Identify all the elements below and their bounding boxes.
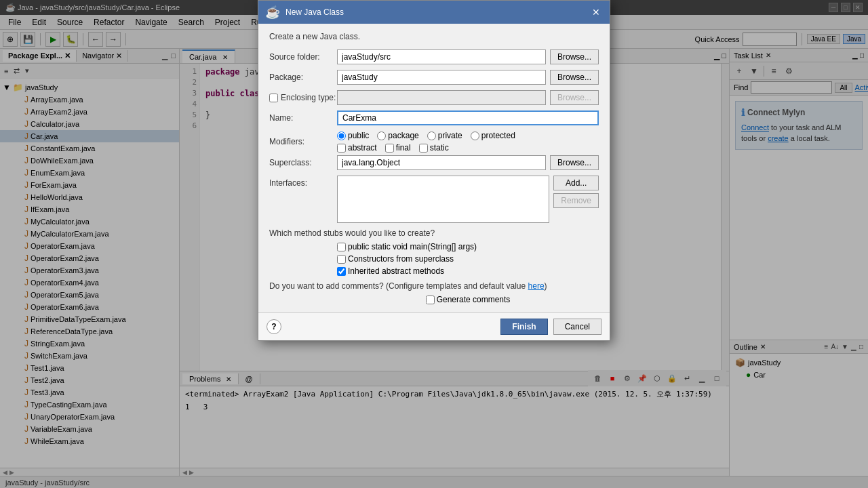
comments-heading: Do you want to add comments? (Configure … xyxy=(269,281,599,291)
final-check-option[interactable]: final xyxy=(385,143,411,152)
superclass-row: Superclass: Browse... xyxy=(269,155,599,170)
static-check-option[interactable]: static xyxy=(419,143,449,152)
help-button[interactable]: ? xyxy=(267,319,281,334)
main-method-checkbox[interactable] xyxy=(337,243,346,251)
dialog-close-button[interactable]: ✕ xyxy=(589,7,603,18)
dialog-body: Create a new Java class. Source folder: … xyxy=(258,24,610,312)
enclosing-type-browse-button[interactable]: Browse... xyxy=(550,90,599,105)
package-label: package xyxy=(388,131,418,140)
protected-radio[interactable] xyxy=(471,131,479,140)
method-stubs-list: public static void main(String[] args) C… xyxy=(337,242,599,276)
package-field-group: Browse... xyxy=(337,70,599,85)
source-folder-label: Source folder: xyxy=(269,52,337,62)
source-folder-row: Source folder: Browse... xyxy=(269,49,599,64)
method-stubs-heading: Which method stubs would you like to cre… xyxy=(269,228,599,238)
superclass-field-group: Browse... xyxy=(337,155,599,170)
abstract-check-option[interactable]: abstract xyxy=(337,143,377,152)
source-folder-input[interactable] xyxy=(337,49,546,64)
public-label: public xyxy=(348,131,369,140)
interfaces-field-group: Add... Remove xyxy=(337,176,599,223)
final-checkbox[interactable] xyxy=(385,144,394,152)
modifiers-extra-line: abstract final static xyxy=(337,143,515,152)
enclosing-type-checkbox[interactable] xyxy=(269,94,278,102)
dialog-header: ☕ New Java Class ✕ xyxy=(258,1,610,24)
package-radio[interactable] xyxy=(377,131,386,140)
source-folder-field-group: Browse... xyxy=(337,49,599,64)
name-field-group xyxy=(337,110,599,125)
main-method-option[interactable]: public static void main(String[] args) xyxy=(337,242,599,251)
generate-comments-checkbox[interactable] xyxy=(426,296,435,304)
dialog-description: Create a new Java class. xyxy=(269,32,599,41)
package-row: Package: Browse... xyxy=(269,70,599,85)
protected-radio-option[interactable]: protected xyxy=(471,131,515,140)
superclass-label: Superclass: xyxy=(269,158,337,167)
private-label: private xyxy=(438,131,462,140)
final-label: final xyxy=(396,143,411,152)
package-label: Package: xyxy=(269,73,337,82)
enclosing-type-label-area: Enclosing type: xyxy=(269,93,337,102)
modifiers-options: public package private xyxy=(337,131,515,152)
configure-here-link[interactable]: here xyxy=(528,281,545,291)
generate-comments-option[interactable]: Generate comments xyxy=(426,295,511,304)
modifiers-access-line: public package private xyxy=(337,131,515,140)
constructors-label: Constructors from superclass xyxy=(348,254,454,264)
interfaces-label: Interfaces: xyxy=(269,176,337,188)
private-radio[interactable] xyxy=(427,131,436,140)
enclosing-type-field-group: Browse... xyxy=(337,90,599,105)
inherited-methods-option[interactable]: Inherited abstract methods xyxy=(337,266,599,276)
static-label: static xyxy=(430,143,449,152)
source-folder-browse-button[interactable]: Browse... xyxy=(550,49,599,64)
interfaces-button-group: Add... Remove xyxy=(553,176,599,208)
enclosing-type-row: Enclosing type: Browse... xyxy=(269,90,599,105)
enclosing-type-input[interactable] xyxy=(337,90,546,105)
constructors-option[interactable]: Constructors from superclass xyxy=(337,254,599,264)
superclass-input[interactable] xyxy=(337,155,546,170)
superclass-browse-button[interactable]: Browse... xyxy=(550,155,599,170)
comments-section: Do you want to add comments? (Configure … xyxy=(269,281,599,304)
cancel-button[interactable]: Cancel xyxy=(553,319,601,335)
interfaces-textarea[interactable] xyxy=(337,176,549,223)
new-java-class-dialog: ☕ New Java Class ✕ Create a new Java cla… xyxy=(258,0,610,341)
protected-label: protected xyxy=(481,131,515,140)
dialog-title: New Java Class xyxy=(285,7,344,17)
package-browse-button[interactable]: Browse... xyxy=(550,70,599,85)
inherited-methods-checkbox[interactable] xyxy=(337,267,346,276)
name-label: Name: xyxy=(269,113,337,123)
modifiers-row: Modifiers: public package xyxy=(269,131,599,152)
package-radio-option[interactable]: package xyxy=(377,131,418,140)
modifiers-label: Modifiers: xyxy=(269,137,337,146)
interfaces-remove-button[interactable]: Remove xyxy=(553,193,599,208)
abstract-label: abstract xyxy=(348,143,377,152)
interfaces-row: Interfaces: Add... Remove xyxy=(269,176,599,223)
new-java-class-dialog-overlay: ☕ New Java Class ✕ Create a new Java cla… xyxy=(0,0,868,488)
public-radio-option[interactable]: public xyxy=(337,131,369,140)
private-radio-option[interactable]: private xyxy=(427,131,462,140)
package-input[interactable] xyxy=(337,70,546,85)
static-checkbox[interactable] xyxy=(419,144,428,152)
generate-comments-label: Generate comments xyxy=(437,295,511,304)
name-row: Name: xyxy=(269,110,599,125)
name-input[interactable] xyxy=(337,110,599,125)
main-window: ☕ Java - javaStudy/src/javaStudy/Car.jav… xyxy=(0,0,868,488)
inherited-methods-label: Inherited abstract methods xyxy=(348,266,444,276)
enclosing-type-label: Enclosing type: xyxy=(281,93,336,102)
constructors-checkbox[interactable] xyxy=(337,255,346,264)
public-radio[interactable] xyxy=(337,131,346,140)
dialog-footer: ? Finish Cancel xyxy=(258,312,610,340)
dialog-java-icon: ☕ xyxy=(265,5,280,20)
main-method-label: public static void main(String[] args) xyxy=(348,242,477,251)
interfaces-add-button[interactable]: Add... xyxy=(553,176,599,190)
finish-button[interactable]: Finish xyxy=(500,319,547,335)
comments-row: Generate comments xyxy=(337,295,599,304)
abstract-checkbox[interactable] xyxy=(337,144,346,152)
dialog-title-area: ☕ New Java Class xyxy=(265,5,344,20)
